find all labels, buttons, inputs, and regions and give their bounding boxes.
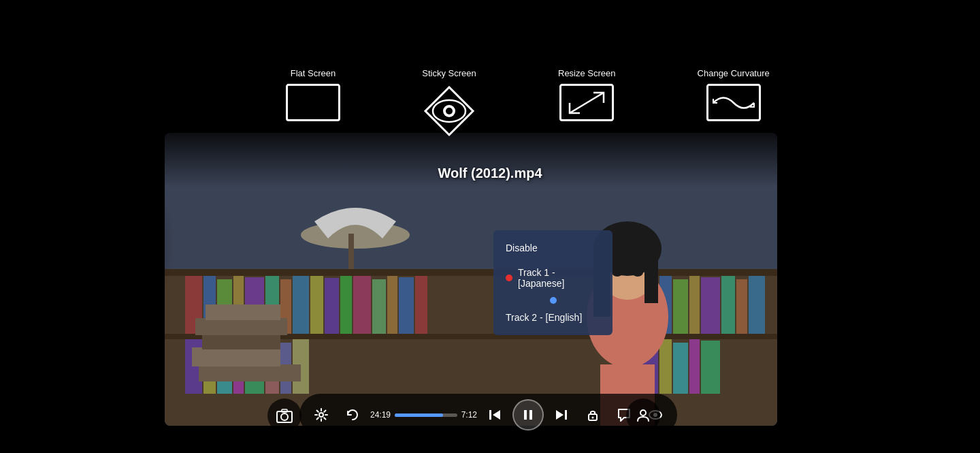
svg-rect-68 (524, 410, 527, 420)
toolbar-item-flat-screen[interactable]: Flat Screen (286, 68, 340, 121)
svg-rect-5 (165, 269, 777, 276)
svg-rect-25 (689, 276, 700, 334)
settings-button[interactable] (308, 401, 335, 428)
dropdown-item-track1[interactable]: Track 1 - [Japanese] (493, 260, 612, 296)
dropdown-disable-label: Disable (506, 243, 538, 253)
svg-point-63 (281, 413, 288, 420)
current-time: 24:19 (370, 410, 391, 420)
svg-point-1 (301, 221, 410, 249)
dropdown-track1-label: Track 1 - [Japanese] (518, 267, 600, 289)
dropdown-item-disable[interactable]: Disable (493, 236, 612, 260)
svg-rect-66 (489, 410, 491, 420)
svg-marker-67 (493, 410, 500, 420)
prev-button[interactable] (481, 401, 508, 428)
svg-rect-40 (659, 339, 672, 394)
svg-rect-14 (310, 276, 323, 334)
svg-rect-28 (736, 279, 747, 334)
progress-fill (395, 413, 443, 417)
svg-rect-26 (701, 277, 720, 334)
svg-rect-29 (749, 276, 765, 334)
vr-right-vignette (803, 102, 980, 388)
svg-rect-56 (206, 304, 280, 320)
user-button[interactable] (626, 399, 660, 433)
svg-rect-69 (529, 410, 532, 420)
total-time: 7:12 (461, 410, 477, 420)
svg-rect-41 (673, 343, 688, 394)
toolbar-item-change-curvature[interactable]: Change Curvature (698, 68, 770, 121)
svg-rect-48 (644, 249, 658, 303)
svg-rect-13 (293, 276, 309, 334)
top-toolbar: Flat Screen Sticky Screen (286, 68, 770, 138)
svg-rect-15 (325, 278, 339, 334)
toolbar-item-sticky-screen[interactable]: Sticky Screen (422, 68, 476, 138)
vr-left-vignette (0, 102, 177, 388)
svg-rect-42 (689, 339, 700, 394)
progress-area: 24:19 7:12 (370, 410, 477, 420)
svg-point-60 (446, 108, 453, 114)
refresh-button[interactable] (339, 401, 366, 428)
playback-controls: 24:19 7:12 (299, 394, 677, 436)
svg-rect-52 (199, 364, 301, 381)
svg-rect-20 (399, 277, 414, 334)
svg-rect-21 (415, 276, 427, 334)
change-curvature-label: Change Curvature (698, 68, 770, 78)
svg-point-65 (319, 413, 323, 417)
pause-button[interactable] (512, 399, 544, 431)
vr-scene: Flat Screen Sticky Screen (0, 0, 980, 453)
svg-marker-71 (556, 410, 564, 420)
audio-dropdown: Disable Track 1 - [Japanese] Track 2 - [… (493, 230, 612, 335)
next-button[interactable] (548, 401, 575, 428)
lock-button[interactable] (579, 401, 606, 428)
video-title: Wolf (2012).mp4 (438, 166, 542, 181)
screenshot-button[interactable] (267, 399, 301, 433)
dropdown-track2-label: Track 2 - [English] (506, 312, 582, 323)
resize-screen-icon (559, 84, 614, 121)
svg-rect-16 (340, 276, 352, 334)
svg-rect-19 (387, 276, 397, 334)
track1-dot (506, 275, 512, 281)
svg-point-76 (640, 410, 646, 416)
sticky-screen-label: Sticky Screen (422, 68, 476, 78)
svg-point-73 (592, 417, 594, 419)
svg-point-50 (632, 268, 643, 277)
selected-dot (550, 297, 557, 304)
flat-screen-label: Flat Screen (291, 68, 336, 78)
svg-line-61 (570, 93, 604, 113)
svg-rect-43 (701, 341, 720, 394)
progress-track[interactable] (395, 413, 457, 417)
svg-rect-24 (673, 279, 688, 334)
svg-rect-55 (195, 318, 287, 335)
resize-screen-label: Resize Screen (558, 68, 616, 78)
dropdown-item-track2[interactable]: Track 2 - [English] (493, 305, 612, 330)
flat-screen-icon (286, 84, 340, 121)
toolbar-item-resize-screen[interactable]: Resize Screen (558, 68, 616, 121)
svg-rect-70 (565, 410, 567, 420)
change-curvature-icon (706, 84, 761, 121)
svg-rect-17 (353, 276, 371, 334)
svg-rect-27 (721, 276, 735, 334)
svg-rect-18 (372, 279, 386, 334)
svg-rect-53 (192, 347, 280, 366)
sticky-screen-icon (422, 84, 476, 138)
svg-point-49 (612, 268, 623, 277)
